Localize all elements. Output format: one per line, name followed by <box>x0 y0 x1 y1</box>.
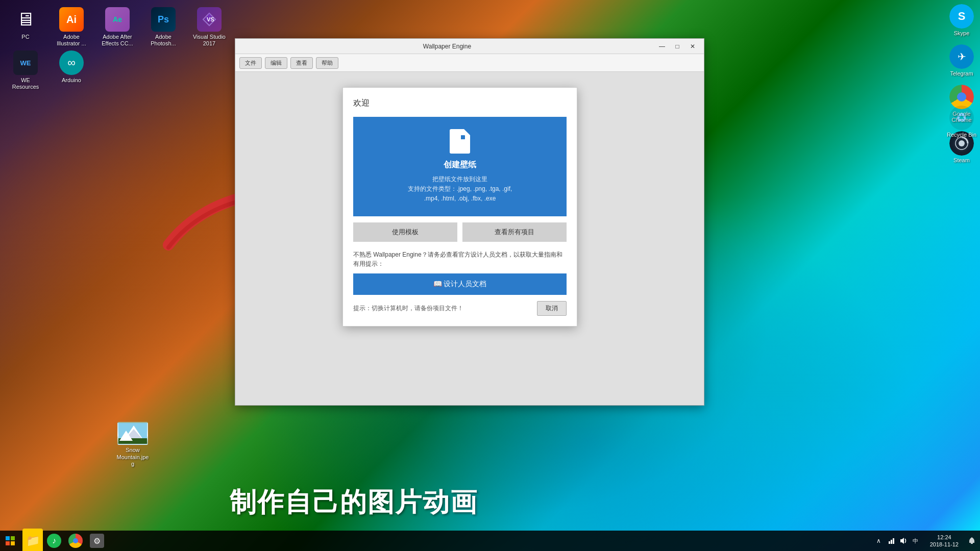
desktop-icon-ae[interactable]: Ae Adobe AfterEffects CC... <box>97 5 138 49</box>
steam-label: Steam <box>953 157 970 163</box>
desktop-icon-vs[interactable]: VS Visual Studio2017 <box>189 5 230 49</box>
dialog-footer: 提示：切换计算机时，请备份项目文件！ 取消 <box>353 301 567 316</box>
desktop-icons-right: S Skype ✈ Telegram Google Chrome <box>943 0 980 167</box>
taskbar-clock[interactable]: 12:24 2018-11-12 <box>925 534 964 548</box>
system-tray: ∧ 中 <box>874 536 925 546</box>
ps-icon: Ps <box>151 7 176 32</box>
desktop-icon-ps[interactable]: Ps AdobePhotosh... <box>143 5 184 49</box>
use-template-btn[interactable]: 使用模板 <box>353 222 457 242</box>
tray-network[interactable] <box>886 536 896 546</box>
desktop-icon-pc-label: PC <box>21 34 29 40</box>
desktop-icon-ai[interactable]: Ai AdobeIllustrator ... <box>51 5 92 49</box>
svg-rect-23 <box>971 543 973 544</box>
spotify-icon: ♪ <box>47 534 61 548</box>
desktop-icon-recycle[interactable]: ♻ Recycle Bin <box>943 102 980 142</box>
app-window: Wallpaper Engine — □ ✕ 文件 编辑 查看 帮助 欢迎 <box>235 38 704 406</box>
window-controls: — □ ✕ <box>655 41 700 52</box>
create-wallpaper-area[interactable]: 创建壁纸 把壁纸文件放到这里 支持的文件类型：.jpeg, .png, .tga… <box>353 117 567 216</box>
recycle-bin-label: Recycle Bin <box>947 132 976 138</box>
svg-text:VS: VS <box>207 16 214 22</box>
desktop-icon-arduino-label: Arduino <box>62 77 81 84</box>
desktop-icon-we[interactable]: WE WEResources <box>5 48 46 92</box>
file-explorer-icon: 📁 <box>22 529 43 551</box>
view-all-btn[interactable]: 查看所有项目 <box>462 222 567 242</box>
info-text: 不熟悉 Wallpaper Engine？请务必查看官方设计人员文档，以获取大量… <box>353 250 567 268</box>
taskbar-settings[interactable]: ⚙ <box>87 531 107 551</box>
svg-rect-19 <box>889 541 890 544</box>
dialog-action-buttons: 使用模板 查看所有项目 <box>353 222 567 242</box>
ai-icon: Ai <box>59 7 84 32</box>
desktop-icon-ps-label: AdobePhotosh... <box>151 34 176 47</box>
snow-mountain-thumbnail <box>117 422 148 445</box>
tray-volume[interactable] <box>898 536 909 546</box>
svg-marker-22 <box>900 538 904 544</box>
svg-rect-14 <box>461 135 465 139</box>
desktop-icon-vs-label: Visual Studio2017 <box>193 34 226 47</box>
arduino-icon: ∞ <box>59 51 84 75</box>
window-titlebar: Wallpaper Engine — □ ✕ <box>235 39 704 54</box>
svg-rect-16 <box>11 536 15 540</box>
clock-time: 12:24 <box>937 534 951 541</box>
desktop-icons-row2: WE WEResources ∞ Arduino <box>5 48 92 92</box>
tray-chevron[interactable]: ∧ <box>874 536 884 546</box>
file-icon <box>450 129 470 154</box>
toolbar-btn-3[interactable]: 查看 <box>290 57 313 69</box>
welcome-dialog: 欢迎 创建壁纸 把壁纸文件放到这里 支持的文件类型：.jpeg, .png, .… <box>342 87 577 327</box>
tip-text: 提示：切换计算机时，请备份项目文件！ <box>353 304 463 313</box>
svg-rect-17 <box>6 541 10 545</box>
dialog-title: 欢迎 <box>353 98 567 109</box>
desktop-icons-top-row: 🖥 PC Ai AdobeIllustrator ... Ae Adobe Af… <box>5 5 230 49</box>
ae-icon: Ae <box>105 7 130 32</box>
telegram-label: Telegram <box>950 70 973 77</box>
skype-icon: S <box>949 4 974 29</box>
desktop-icon-snow-mountain[interactable]: SnowMountain.jpeg <box>112 420 153 469</box>
skype-label: Skype <box>954 30 970 36</box>
taskbar: 📁 ♪ ⚙ ∧ <box>0 531 980 551</box>
window-content: 欢迎 创建壁纸 把壁纸文件放到这里 支持的文件类型：.jpeg, .png, .… <box>235 72 704 405</box>
desktop-icon-skype[interactable]: S Skype <box>943 0 980 40</box>
desktop-background: 🖥 PC Ai AdobeIllustrator ... Ae Adobe Af… <box>0 0 980 551</box>
we-icon: WE <box>13 51 38 75</box>
chrome-taskbar-icon <box>68 534 83 548</box>
desktop-icon-ai-label: AdobeIllustrator ... <box>57 34 86 47</box>
svg-rect-20 <box>891 540 892 544</box>
window-minimize-btn[interactable]: — <box>655 41 669 52</box>
recycle-bin-icon: ♻ <box>949 106 974 130</box>
toolbar-btn-4[interactable]: 帮助 <box>316 57 338 69</box>
window-toolbar: 文件 编辑 查看 帮助 <box>235 54 704 72</box>
desktop-icon-pc[interactable]: 🖥 PC <box>5 5 46 49</box>
telegram-icon: ✈ <box>949 44 974 69</box>
desktop-icon-telegram[interactable]: ✈ Telegram <box>943 40 980 81</box>
vs-icon: VS <box>197 7 222 32</box>
window-maximize-btn[interactable]: □ <box>670 41 684 52</box>
cancel-btn[interactable]: 取消 <box>537 301 567 316</box>
taskbar-chrome[interactable] <box>65 531 86 551</box>
tray-language[interactable]: 中 <box>911 536 921 546</box>
taskbar-spotify[interactable]: ♪ <box>44 531 64 551</box>
create-wallpaper-subtitle: 把壁纸文件放到这里 支持的文件类型：.jpeg, .png, .tga, .gi… <box>408 174 512 204</box>
desktop-icon-arduino[interactable]: ∞ Arduino <box>51 48 92 92</box>
window-close-btn[interactable]: ✕ <box>685 41 700 52</box>
window-title: Wallpaper Engine <box>239 43 655 50</box>
big-title-text: 制作自己的图片动画 <box>230 485 478 520</box>
settings-icon: ⚙ <box>90 534 104 548</box>
dev-docs-btn[interactable]: 📖 设计人员文档 <box>353 273 567 295</box>
notification-area[interactable] <box>964 531 980 551</box>
svg-rect-15 <box>6 536 10 540</box>
start-button[interactable] <box>0 531 20 551</box>
desktop-icon-ae-label: Adobe AfterEffects CC... <box>102 34 133 47</box>
taskbar-pinned-icons: 📁 ♪ ⚙ <box>22 531 107 551</box>
pc-icon: 🖥 <box>16 9 35 30</box>
svg-rect-18 <box>11 541 15 545</box>
taskbar-file-explorer[interactable]: 📁 <box>22 531 43 551</box>
svg-rect-21 <box>893 538 894 544</box>
desktop-icon-we-label: WEResources <box>12 77 39 90</box>
clock-date: 2018-11-12 <box>930 541 959 548</box>
toolbar-btn-2[interactable]: 编辑 <box>265 57 287 69</box>
toolbar-btn-1[interactable]: 文件 <box>239 57 262 69</box>
create-wallpaper-title: 创建壁纸 <box>444 160 476 170</box>
snow-mountain-label: SnowMountain.jpeg <box>117 447 149 467</box>
